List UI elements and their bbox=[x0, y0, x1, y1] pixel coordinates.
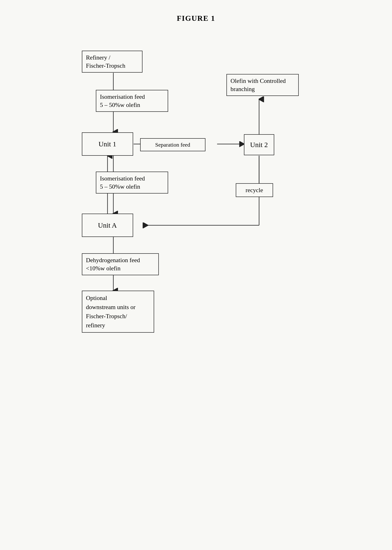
iso-feed-bottom-box: Isomerisation feed 5 – 50%w olefin bbox=[96, 172, 168, 194]
olefin-controlled-box: Olefin with Controlled branching bbox=[226, 74, 299, 96]
unit2-box: Unit 2 bbox=[244, 134, 274, 155]
unit1-box: Unit 1 bbox=[82, 132, 133, 156]
iso-feed-top-box: Isomerisation feed 5 – 50%w olefin bbox=[96, 90, 168, 112]
optional-label: Optional downstream units or Fischer-Tro… bbox=[86, 295, 135, 329]
figure-title: FIGURE 1 bbox=[0, 0, 392, 23]
optional-box: Optional downstream units or Fischer-Tro… bbox=[82, 291, 154, 333]
separation-feed-label: Separation feed bbox=[155, 142, 190, 148]
recycle-box: recycle bbox=[236, 183, 273, 197]
diagram-area: Refinery / Fischer-Tropsch Isomerisation… bbox=[68, 37, 324, 515]
dehydro-feed-box: Dehydrogenation feed <10%w olefin bbox=[82, 253, 159, 275]
unit-a-label: Unit A bbox=[98, 221, 117, 230]
refinery-label: Refinery / Fischer-Tropsch bbox=[86, 54, 126, 69]
unit1-label: Unit 1 bbox=[99, 139, 116, 149]
iso-feed-top-label: Isomerisation feed 5 – 50%w olefin bbox=[100, 93, 145, 108]
olefin-controlled-label: Olefin with Controlled branching bbox=[231, 78, 286, 93]
page: FIGURE 1 bbox=[0, 0, 392, 550]
recycle-label: recycle bbox=[245, 187, 263, 194]
unit-a-box: Unit A bbox=[82, 214, 133, 237]
iso-feed-bottom-label: Isomerisation feed 5 – 50%w olefin bbox=[100, 175, 145, 190]
dehydro-feed-label: Dehydrogenation feed <10%w olefin bbox=[86, 257, 140, 272]
unit2-label: Unit 2 bbox=[250, 140, 268, 150]
separation-feed-box: Separation feed bbox=[140, 138, 205, 151]
refinery-box: Refinery / Fischer-Tropsch bbox=[82, 51, 142, 72]
